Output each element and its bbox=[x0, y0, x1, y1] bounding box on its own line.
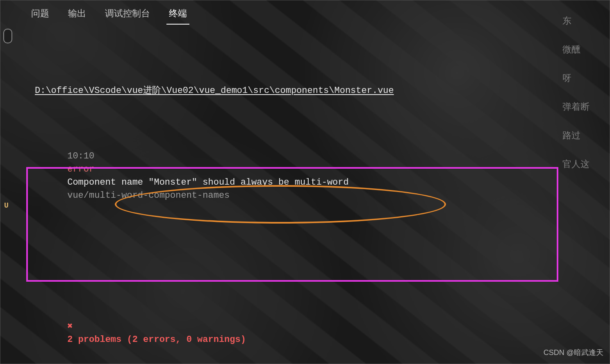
git-status-badge: U bbox=[4, 201, 9, 210]
tab-problems[interactable]: 问题 bbox=[29, 7, 52, 25]
file-path: D:\office\VScode\vue进阶\Vue02\vue_demo1\s… bbox=[35, 86, 394, 96]
gutter-decoration bbox=[3, 29, 12, 43]
terminal-output[interactable]: D:\office\VScode\vue进阶\Vue02\vue_demo1\s… bbox=[35, 32, 585, 352]
watermark: CSDN @暗武逢天 bbox=[544, 348, 603, 357]
screenshot-stage: U 问题 输出 调试控制台 终端 D:\office\VScode\vue进阶\… bbox=[0, 0, 610, 364]
background-text: 东 微醺 呀 弹着断 路过 官人这 bbox=[539, 7, 604, 179]
tab-output[interactable]: 输出 bbox=[66, 7, 89, 25]
problem-summary: 2 problems (2 errors, 0 warnings) bbox=[67, 335, 246, 345]
lint-message: Component name "Monster" should always b… bbox=[67, 177, 349, 188]
cross-icon: ✖ bbox=[67, 321, 73, 332]
tab-terminal[interactable]: 终端 bbox=[166, 7, 189, 25]
panel-tabs: 问题 输出 调试控制台 终端 bbox=[29, 7, 189, 25]
left-gutter: U bbox=[0, 0, 14, 364]
tab-debug-console[interactable]: 调试控制台 bbox=[102, 7, 152, 25]
line-col: 10:10 bbox=[67, 151, 94, 161]
lint-rule: vue/multi-word-component-names bbox=[67, 190, 230, 201]
severity-error: error bbox=[67, 164, 94, 174]
